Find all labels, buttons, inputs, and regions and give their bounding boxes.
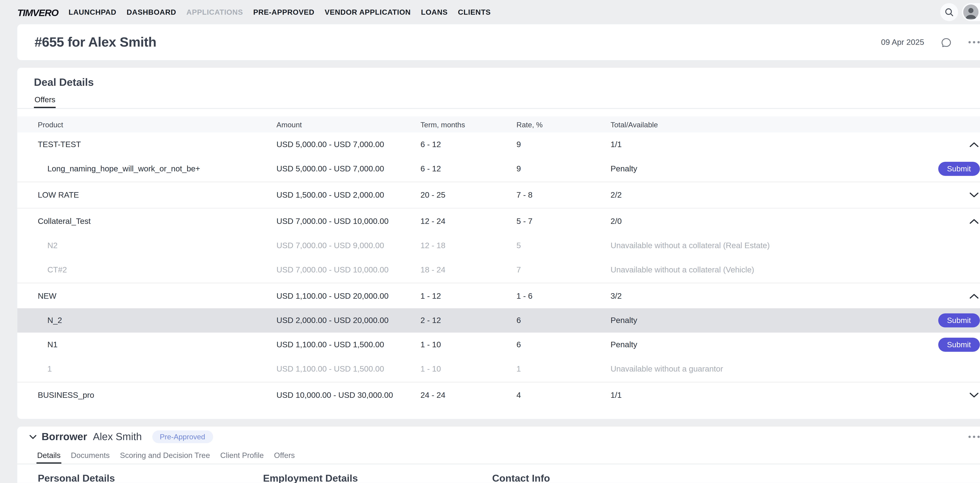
cell-amount: USD 7,000.00 - USD 10,000.00 [277,265,421,275]
cell-product: Long_naming_hope_will_work_or_not_be+ [38,164,277,173]
nav-item-dashboard[interactable]: DASHBOARD [127,8,176,16]
cell-term: 1 - 10 [420,340,517,349]
cell-term: 6 - 12 [420,164,517,173]
nav-item-loans[interactable]: LOANS [421,8,448,16]
cell-product: N_2 [38,316,277,325]
search-icon [945,8,954,17]
offers-table: ProductAmountTerm, monthsRate, %Total/Av… [17,116,980,419]
tab-offers[interactable]: Offers [34,92,56,108]
cell-rate: 1 [517,364,611,373]
expand-group-icon[interactable] [968,391,980,399]
more-options-button[interactable] [968,41,980,43]
cell-total: Penalty [611,340,897,349]
column-header-total: Total/Available [611,121,897,128]
submit-offer-button[interactable]: Submit [938,338,980,352]
cell-amount: USD 7,000.00 - USD 10,000.00 [277,217,421,226]
cell-action [897,218,980,225]
nav-right-controls [940,3,980,21]
cell-term: 2 - 12 [420,316,517,325]
cell-term: 24 - 24 [420,391,517,400]
cell-product: BUSINESS_pro [38,391,277,400]
offer-row[interactable]: N1USD 1,100.00 - USD 1,500.001 - 106Pena… [17,332,980,357]
user-menu-button[interactable] [962,3,980,21]
offer-row[interactable]: N_2USD 2,000.00 - USD 20,000.002 - 126Pe… [17,308,980,332]
cell-term: 1 - 12 [420,292,517,301]
borrower-label: Borrower [41,431,87,443]
cell-rate: 6 [517,316,611,325]
cell-rate: 5 - 7 [517,217,611,226]
tab-documents[interactable]: Documents [70,448,110,464]
nav-item-pre-approved[interactable]: PRE-APPROVED [253,8,314,16]
cell-total: Unavailable without a collateral (Real E… [611,241,897,250]
cell-action: Submit [897,313,980,327]
row-divider [17,208,980,208]
collapse-group-icon[interactable] [968,141,980,148]
cell-rate: 1 - 6 [517,292,611,301]
offer-row[interactable]: Long_naming_hope_will_work_or_not_be+USD… [17,157,980,181]
submit-offer-button[interactable]: Submit [938,313,980,327]
cell-term: 12 - 18 [420,241,517,250]
cell-action [897,141,980,148]
cell-action [897,292,980,300]
tab-details[interactable]: Details [37,448,61,464]
cell-rate: 7 - 8 [517,191,611,200]
timvero-logo[interactable]: TIMVERO [17,7,58,17]
nav-item-vendor-application[interactable]: VENDOR APPLICATION [325,8,410,16]
page-header: #655 for Alex Smith 09 Apr 2025 [17,24,980,60]
product-row[interactable]: Collateral_TestUSD 7,000.00 - USD 10,000… [17,209,980,234]
product-row[interactable]: BUSINESS_proUSD 10,000.00 - USD 30,000.0… [17,383,980,407]
borrower-tabs: DetailsDocumentsScoring and Decision Tre… [17,448,980,464]
tab-scoring-and-decision-tree[interactable]: Scoring and Decision Tree [119,448,211,464]
nav-item-launchpad[interactable]: LAUNCHPAD [68,8,116,16]
cell-product: LOW RATE [38,191,277,200]
offer-row[interactable]: 1USD 1,100.00 - USD 1,500.001 - 101Unava… [17,357,980,381]
comments-button[interactable] [941,37,952,48]
cell-rate: 6 [517,340,611,349]
tab-offers[interactable]: Offers [274,448,296,464]
cell-rate: 9 [517,140,611,149]
cell-action [897,391,980,399]
application-window: TIMVERO LAUNCHPADDASHBOARDAPPLICATIONSPR… [0,0,980,483]
offer-row[interactable]: CT#2USD 7,000.00 - USD 10,000.0018 - 247… [17,258,980,282]
cell-action [897,191,980,199]
product-row[interactable]: LOW RATEUSD 1,500.00 - USD 2,000.0020 - … [17,183,980,207]
collapse-group-icon[interactable] [968,218,980,225]
cell-action: Submit [897,162,980,176]
cell-product: TEST-TEST [38,140,277,149]
cell-product: N2 [38,241,277,250]
cell-total: Unavailable without a collateral (Vehicl… [611,265,897,275]
collapse-borrower-button[interactable] [26,431,39,443]
collapse-group-icon[interactable] [968,292,980,300]
borrower-more-options-button[interactable] [968,435,980,438]
borrower-actions [968,435,980,438]
deal-details-card: Deal Details Offers ProductAmountTerm, m… [17,68,980,419]
product-row[interactable]: TEST-TESTUSD 5,000.00 - USD 7,000.006 - … [17,132,980,157]
cell-term: 20 - 25 [420,191,517,200]
cell-amount: USD 5,000.00 - USD 7,000.00 [277,164,421,173]
cell-amount: USD 7,000.00 - USD 9,000.00 [277,241,421,250]
tab-client-profile[interactable]: Client Profile [220,448,264,464]
expand-group-icon[interactable] [968,191,980,199]
cell-product: NEW [38,292,277,301]
nav-item-applications[interactable]: APPLICATIONS [186,8,243,16]
row-divider [17,181,980,182]
column-header-rate: Rate, % [517,121,611,128]
cell-total: 1/1 [611,140,897,149]
top-navigation: TIMVERO LAUNCHPADDASHBOARDAPPLICATIONSPR… [0,0,980,24]
submit-offer-button[interactable]: Submit [938,162,980,176]
cell-amount: USD 1,500.00 - USD 2,000.00 [277,191,421,200]
cell-product: CT#2 [38,265,277,275]
borrower-card: Borrower Alex Smith Pre-Approved Details… [17,427,980,483]
search-button[interactable] [940,3,958,21]
section-title-personal-details: Personal Details [38,473,263,483]
product-row[interactable]: NEWUSD 1,100.00 - USD 20,000.001 - 121 -… [17,284,980,308]
cell-product: Collateral_Test [38,217,277,226]
cell-total: Unavailable without a guarantor [611,364,897,373]
cell-product: N1 [38,340,277,349]
borrower-sections: Personal DetailsEmployment DetailsContac… [17,464,980,483]
borrower-header: Borrower Alex Smith Pre-Approved [17,427,980,448]
nav-item-clients[interactable]: CLIENTS [458,8,491,16]
offer-row[interactable]: N2USD 7,000.00 - USD 9,000.0012 - 185Una… [17,234,980,258]
borrower-name: Alex Smith [93,431,142,443]
status-badge: Pre-Approved [152,431,213,443]
